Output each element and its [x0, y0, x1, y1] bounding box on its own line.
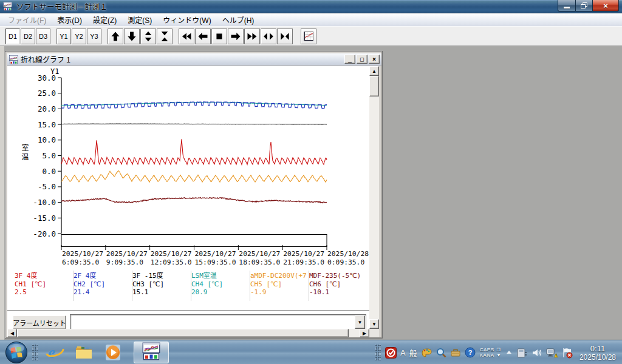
legend-channel-4: LSM室温 CH4 [℃] 20.9: [191, 271, 250, 301]
tray-grip[interactable]: [375, 345, 381, 360]
skip-forward-button[interactable]: [244, 29, 260, 44]
close-button[interactable]: ×: [592, 0, 619, 12]
svg-text:2025/10/27: 2025/10/27: [151, 250, 192, 258]
scrollbar-corner: [369, 329, 379, 337]
skip-back-button[interactable]: [179, 29, 194, 44]
menu-item-2[interactable]: 設定(Z): [87, 13, 122, 27]
svg-text:0.0: 0.0: [42, 167, 56, 176]
action-center-flag-icon[interactable]: [561, 347, 573, 359]
child-close-button[interactable]: ×: [369, 55, 380, 64]
graph-settings-button[interactable]: [301, 29, 316, 44]
svg-text:15.0: 15.0: [38, 120, 56, 129]
series-line-ch6: [61, 198, 327, 203]
alarm-combobox[interactable]: ▼: [70, 314, 366, 329]
file-explorer-icon[interactable]: [73, 342, 94, 363]
display-d3-button[interactable]: D3: [36, 29, 50, 44]
clock-time: 0:11: [579, 344, 616, 353]
menu-item-0[interactable]: ファイル(F): [2, 13, 52, 27]
internet-explorer-icon[interactable]: e: [44, 342, 65, 363]
menu-item-1[interactable]: 表示(D): [52, 13, 87, 27]
toolbar-group-y: Y1Y2Y3: [56, 29, 102, 44]
toolbar-group-d: D1D2D3: [5, 29, 51, 44]
ime-restore-icon[interactable]: ❐: [497, 347, 501, 352]
scroll-right-icon[interactable]: ▶: [360, 329, 369, 337]
alarm-reset-button[interactable]: アラームリセット: [13, 315, 66, 329]
ime-conversion-mode[interactable]: 般: [409, 347, 417, 359]
scroll-left-icon[interactable]: ◀: [7, 329, 17, 337]
network-warning-icon[interactable]: !: [545, 347, 558, 359]
arrow-up-icon: [109, 30, 121, 42]
horizontal-scroll-thumb[interactable]: [17, 329, 349, 337]
display-d1-button[interactable]: D1: [5, 29, 20, 44]
legend-channel-5: aMDF-DC200V(+7 CH5 [℃] -1.9: [250, 271, 309, 301]
main-titlebar: ソフトサーモ計測－計測１ ×: [0, 0, 622, 13]
show-hidden-icons[interactable]: [505, 349, 513, 356]
restore-button[interactable]: [575, 0, 593, 12]
expand-vertical-button[interactable]: [140, 29, 156, 44]
series-line-ch3: [61, 124, 327, 124]
menu-item-5[interactable]: ヘルプ(H): [217, 13, 260, 27]
stop-button[interactable]: [211, 29, 227, 44]
menu-item-3[interactable]: 測定(S): [122, 13, 157, 27]
svg-text:e: e: [48, 343, 55, 362]
ime-language-bar[interactable]: CAPS❐ KANA▼: [480, 347, 501, 358]
security-tray-icon[interactable]: [385, 347, 397, 359]
channel-name: LSM室温: [191, 272, 250, 280]
vertical-scroll-thumb[interactable]: [369, 76, 379, 96]
axis-y3-button[interactable]: Y3: [87, 29, 101, 44]
arrow-up-button[interactable]: [108, 29, 123, 44]
taskbar-app-button-active[interactable]: [134, 342, 169, 363]
collapse-vertical-button[interactable]: [157, 29, 173, 44]
legend-channel-6: MDF-235(-5℃) CH6 [℃] -10.1: [309, 271, 368, 301]
axis-y1-button[interactable]: Y1: [56, 29, 71, 44]
toolbar-group-nav: [108, 29, 173, 44]
app-icon: [3, 2, 13, 12]
graph-window-titlebar[interactable]: 折れ線グラフ 1 _ □ ×: [7, 53, 381, 66]
svg-text:2025/10/27: 2025/10/27: [106, 250, 148, 258]
minimize-button[interactable]: [558, 0, 576, 12]
taskbar-grip[interactable]: [32, 345, 38, 360]
legend-channel-3: 3F -15度 CH3 [℃] 15.1: [132, 271, 191, 301]
axis-y2-button[interactable]: Y2: [72, 29, 86, 44]
start-button[interactable]: [3, 341, 30, 364]
horizontal-scrollbar[interactable]: ◀ ▶: [7, 329, 369, 337]
channel-value: -10.1: [309, 288, 368, 297]
channel-legend: 3F 4度 CH1 [℃] 2.52F 4度 CH2 [℃] 21.43F -1…: [15, 271, 368, 301]
child-minimize-button[interactable]: _: [344, 55, 355, 64]
remove-hardware-icon[interactable]: [516, 347, 528, 359]
volume-icon[interactable]: [531, 348, 542, 358]
ime-palette-icon[interactable]: [421, 347, 432, 358]
window-frame-edge: [0, 46, 4, 340]
ime-toolbox-icon[interactable]: [450, 347, 461, 358]
help-icon[interactable]: ?: [465, 347, 476, 358]
vertical-scrollbar[interactable]: ▲ ▼: [369, 66, 379, 329]
graph-window-title: 折れ線グラフ 1: [21, 54, 70, 64]
channel-name: 3F 4度: [15, 272, 73, 280]
scroll-down-icon[interactable]: ▼: [369, 319, 379, 329]
scroll-up-icon[interactable]: ▲: [369, 66, 379, 76]
step-back-button[interactable]: [195, 29, 211, 44]
combobox-dropdown-icon[interactable]: ▼: [355, 315, 365, 329]
ime-kana-label: KANA: [480, 352, 494, 358]
ime-search-icon[interactable]: [436, 347, 446, 358]
stop-icon: [213, 30, 225, 42]
mdi-area: 折れ線グラフ 1 _ □ × 室温 Y130.025.020.015.010.0…: [0, 46, 622, 340]
alarm-combobox-input[interactable]: [72, 316, 354, 328]
channel-unit: CH3 [℃]: [132, 280, 191, 289]
media-player-icon[interactable]: [103, 342, 123, 363]
expand-horizontal-button[interactable]: [261, 29, 276, 44]
svg-text:!: !: [555, 354, 556, 357]
ime-input-mode[interactable]: A: [400, 348, 406, 357]
channel-unit: CH2 [℃]: [73, 280, 132, 289]
tray-clock[interactable]: 0:11 2025/10/28: [579, 344, 616, 362]
collapse-horizontal-button[interactable]: [277, 29, 293, 44]
series-line-ch2: [61, 102, 327, 109]
step-forward-button[interactable]: [228, 29, 244, 44]
menu-item-4[interactable]: ウィンドウ(W): [157, 13, 216, 27]
svg-text:2025/10/28: 2025/10/28: [327, 250, 369, 258]
ime-options-icon[interactable]: ▼: [497, 352, 501, 358]
arrow-down-button[interactable]: [124, 29, 140, 44]
child-maximize-button[interactable]: □: [357, 55, 367, 64]
display-d2-button[interactable]: D2: [21, 29, 35, 44]
svg-text:30.0: 30.0: [38, 73, 56, 83]
